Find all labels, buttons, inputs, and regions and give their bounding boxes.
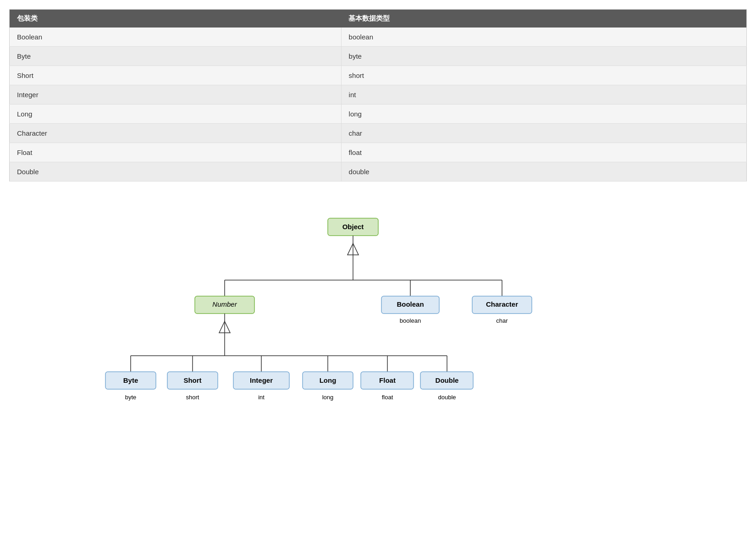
table-row: Integerint [10, 85, 747, 105]
table-row: Doubledouble [10, 162, 747, 182]
boolean-subtext: boolean [399, 317, 420, 324]
byte-label: Byte [123, 376, 138, 384]
byte-subtext: byte [125, 394, 136, 401]
table-row: Booleanboolean [10, 28, 747, 47]
wrapper-class-table: 包装类 基本数据类型 BooleanbooleanBytebyteShortsh… [9, 9, 747, 182]
object-label: Object [342, 223, 364, 231]
number-label: Number [212, 300, 237, 308]
primitive-cell: float [341, 143, 746, 162]
float-subtext: float [381, 394, 393, 401]
integer-subtext: int [258, 394, 265, 401]
col1-header: 包装类 [10, 10, 342, 28]
wrapper-cell: Double [10, 162, 342, 182]
primitive-cell: char [341, 124, 746, 143]
long-label: Long [319, 376, 336, 384]
short-label: Short [183, 376, 201, 384]
primitive-cell: boolean [341, 28, 746, 47]
primitive-cell: int [341, 85, 746, 105]
wrapper-cell: Character [10, 124, 342, 143]
col2-header: 基本数据类型 [341, 10, 746, 28]
wrapper-cell: Short [10, 66, 342, 85]
class-hierarchy-diagram: Object Number Boolean boolean Character … [9, 200, 747, 438]
double-label: Double [435, 376, 458, 384]
short-subtext: short [186, 394, 199, 401]
table-row: Bytebyte [10, 47, 747, 66]
table-row: Characterchar [10, 124, 747, 143]
table-row: Shortshort [10, 66, 747, 85]
table-row: Floatfloat [10, 143, 747, 162]
long-subtext: long [322, 394, 333, 401]
wrapper-cell: Integer [10, 85, 342, 105]
integer-label: Integer [249, 376, 272, 384]
primitive-cell: short [341, 66, 746, 85]
wrapper-cell: Float [10, 143, 342, 162]
boolean-label: Boolean [397, 300, 424, 308]
wrapper-cell: Byte [10, 47, 342, 66]
float-label: Float [379, 376, 396, 384]
double-subtext: double [438, 394, 456, 401]
character-label: Character [486, 300, 518, 308]
table-row: Longlong [10, 105, 747, 124]
wrapper-cell: Boolean [10, 28, 342, 47]
primitive-cell: long [341, 105, 746, 124]
wrapper-cell: Long [10, 105, 342, 124]
primitive-cell: double [341, 162, 746, 182]
character-subtext: char [496, 317, 508, 324]
hierarchy-svg: Object Number Boolean boolean Character … [103, 209, 653, 429]
primitive-cell: byte [341, 47, 746, 66]
